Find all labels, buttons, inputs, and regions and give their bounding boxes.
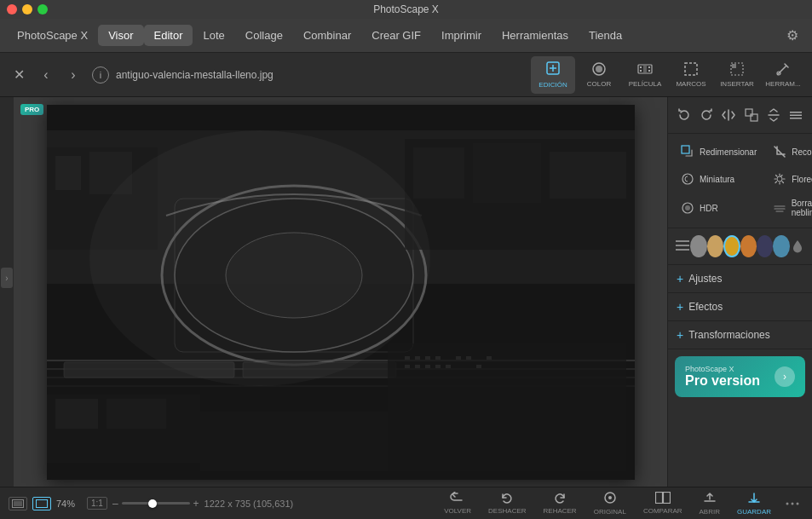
left-panel: › xyxy=(0,97,14,487)
filter-list-icon xyxy=(675,235,690,257)
info-icon: i xyxy=(100,70,101,80)
menu-item-imprimir[interactable]: Imprimir xyxy=(431,25,492,46)
resize-button[interactable] xyxy=(740,104,763,126)
tab-insertar[interactable]: INSERTAR xyxy=(715,56,759,94)
icon-row-top xyxy=(668,97,812,134)
close-button[interactable] xyxy=(7,4,17,14)
zoom-minus-button[interactable]: – xyxy=(112,498,118,510)
menu-item-herramientas[interactable]: Herramientas xyxy=(492,25,579,46)
rotate-right-button[interactable] xyxy=(695,104,717,126)
deshacer-label: DESHACER xyxy=(488,507,526,515)
svg-rect-57 xyxy=(676,240,689,242)
tab-edicion-label: EDICIÓN xyxy=(538,81,567,89)
main-content: › PRO xyxy=(0,97,812,487)
filter-warm-button[interactable] xyxy=(707,235,723,257)
filter-water-button[interactable] xyxy=(773,235,789,257)
menu-item-lote[interactable]: Lote xyxy=(193,25,234,46)
tab-edicion[interactable]: EDICIÓN xyxy=(531,56,575,94)
side-panel-toggle[interactable]: › xyxy=(1,268,13,288)
rehacer-label: REHACER xyxy=(544,507,577,515)
transformaciones-section[interactable]: + Transformaciones xyxy=(668,321,812,349)
tab-herram[interactable]: HERRAM... xyxy=(761,56,805,94)
more-options-button[interactable] xyxy=(781,493,803,515)
zoom-1x-button[interactable]: 1:1 xyxy=(87,497,107,510)
svg-rect-61 xyxy=(14,501,22,506)
status-bar: 74% 1:1 – + 1222 x 735 (105,631) VOLVER xyxy=(0,487,812,519)
flip-horizontal-button[interactable] xyxy=(717,104,740,126)
menu-item-combinar[interactable]: Combinar xyxy=(293,25,361,46)
tab-insertar-label: INSERTAR xyxy=(720,80,754,88)
menu-item-photoscape[interactable]: PhotoScape X xyxy=(7,25,98,46)
filter-drop-icon[interactable] xyxy=(790,235,805,257)
insert-icon xyxy=(729,61,745,78)
pro-arrow-button[interactable]: › xyxy=(775,366,795,387)
hdr-label: HDR xyxy=(700,204,718,213)
zoom-plus-button[interactable]: + xyxy=(193,498,199,510)
svg-rect-47 xyxy=(47,105,635,480)
svg-rect-48 xyxy=(746,109,752,116)
tab-marcos[interactable]: MARCOS xyxy=(669,56,713,94)
tab-pelicula-label: PELÍCULA xyxy=(629,80,662,88)
canvas-image[interactable] xyxy=(47,105,635,480)
tab-color[interactable]: COLOR xyxy=(577,56,621,94)
zoom-slider-thumb[interactable] xyxy=(148,499,157,508)
more-options-button[interactable] xyxy=(785,104,807,126)
close-button[interactable]: ✕ xyxy=(7,63,31,87)
guardar-label: GUARDAR xyxy=(737,508,771,516)
florecimiento-label: Florecimiento xyxy=(792,175,812,184)
svg-point-2 xyxy=(596,66,602,72)
color-filter-row xyxy=(668,228,812,265)
original-button[interactable]: ORIGINAL xyxy=(587,489,633,517)
deshacer-button[interactable]: DESHACER xyxy=(481,490,533,516)
rotate-left-button[interactable] xyxy=(673,104,695,126)
menu-item-tienda[interactable]: Tienda xyxy=(579,25,632,46)
menu-item-crear-gif[interactable]: Crear GIF xyxy=(361,25,431,46)
zoom-slider-container: – + xyxy=(112,498,199,510)
stadium-svg xyxy=(47,105,635,480)
size-mode-fit-button[interactable] xyxy=(9,497,27,510)
back-button[interactable]: ‹ xyxy=(34,63,58,87)
recortar-button[interactable]: Recortar xyxy=(767,141,812,163)
miniatura-button[interactable]: Miniatura xyxy=(675,168,762,190)
filter-gray-button[interactable] xyxy=(690,235,706,257)
ajustes-section[interactable]: + Ajustes xyxy=(668,265,812,293)
menu-item-collage[interactable]: Collage xyxy=(235,25,293,46)
tab-pelicula[interactable]: PELÍCULA xyxy=(623,56,667,94)
redimensionar-button[interactable]: Redimensionar xyxy=(675,141,762,163)
redimensionar-label: Redimensionar xyxy=(700,147,757,157)
borrar-neblina-label: Borrar neblina xyxy=(792,199,812,217)
info-button[interactable]: i xyxy=(92,66,109,84)
forward-button[interactable]: › xyxy=(61,63,85,87)
svg-rect-4 xyxy=(640,66,642,68)
settings-button[interactable]: ⚙ xyxy=(780,23,805,49)
borrar-neblina-button[interactable]: Borrar neblina xyxy=(767,195,812,221)
abrir-button[interactable]: ABRIR xyxy=(693,489,727,517)
comparar-button[interactable]: COMPARAR xyxy=(636,490,689,516)
toolbar-right: EDICIÓN COLOR PE xyxy=(531,56,805,94)
tab-marcos-label: MARCOS xyxy=(676,80,705,88)
filter-dark-button[interactable] xyxy=(757,235,773,257)
menu-item-visor[interactable]: Visor xyxy=(98,25,143,46)
title-bar: PhotoScape X xyxy=(0,0,812,19)
pro-text-container: PhotoScape X Pro version xyxy=(685,365,760,389)
film-icon xyxy=(637,61,653,78)
svg-rect-7 xyxy=(648,70,650,72)
pro-banner[interactable]: PhotoScape X Pro version › xyxy=(675,356,805,397)
svg-point-69 xyxy=(792,502,794,505)
size-mode-1x-button[interactable] xyxy=(32,497,51,510)
guardar-button[interactable]: GUARDAR xyxy=(730,489,778,517)
maximize-button[interactable] xyxy=(37,4,48,14)
zoom-slider[interactable] xyxy=(122,502,190,505)
florecimiento-button[interactable]: Florecimiento xyxy=(767,168,812,190)
efectos-plus-icon: + xyxy=(677,300,683,314)
minimize-button[interactable] xyxy=(22,4,32,14)
volver-button[interactable]: VOLVER xyxy=(437,490,478,516)
hdr-button[interactable]: HDR xyxy=(675,195,762,221)
flip-vertical-button[interactable] xyxy=(763,104,785,126)
filter-orange-button[interactable] xyxy=(740,235,757,257)
abrir-icon xyxy=(703,491,717,507)
rehacer-button[interactable]: REHACER xyxy=(537,490,584,516)
efectos-section[interactable]: + Efectos xyxy=(668,293,812,321)
menu-item-editor[interactable]: Editor xyxy=(144,25,193,46)
filter-gold-button[interactable] xyxy=(723,235,740,257)
